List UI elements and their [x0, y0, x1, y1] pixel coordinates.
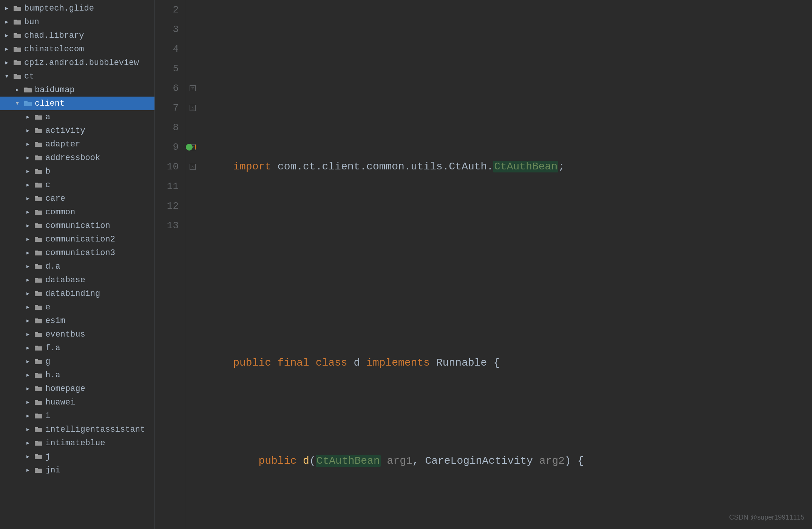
gutter-line-9: ↑ ▽	[185, 137, 200, 157]
folder-icon-cpiz-android-bubbleview	[12, 60, 23, 66]
code-line-5: public final class d implements Runnable…	[208, 353, 804, 373]
sidebar-label-homepage: homepage	[45, 384, 85, 394]
sidebar-item-esim[interactable]: esim	[0, 314, 154, 328]
svg-rect-9	[14, 60, 17, 62]
arrow-jni	[23, 467, 33, 473]
sidebar-item-ct[interactable]: ct	[0, 69, 154, 83]
svg-rect-63	[35, 427, 38, 429]
svg-rect-21	[35, 142, 38, 143]
sidebar-label-adapter: adapter	[45, 140, 80, 149]
sidebar-label-h-a: h.a	[45, 371, 60, 380]
sidebar-label-esim: esim	[45, 316, 65, 326]
svg-rect-3	[14, 20, 17, 21]
arrow-intimateblue	[23, 440, 33, 446]
folder-icon-adapter	[33, 141, 44, 147]
arrow-e	[23, 304, 33, 310]
svg-rect-15	[24, 101, 28, 103]
sidebar-item-j[interactable]: j	[0, 450, 154, 463]
sidebar-item-communication2[interactable]: communication2	[0, 232, 154, 246]
sidebar-label-g: g	[45, 357, 50, 366]
sidebar-item-databinding[interactable]: databinding	[0, 287, 154, 300]
sidebar-item-e[interactable]: e	[0, 300, 154, 314]
arrow-f-a	[23, 345, 33, 351]
sidebar-item-intimateblue[interactable]: intimateblue	[0, 436, 154, 450]
sidebar-item-chinatelecom[interactable]: chinatelecom	[0, 42, 154, 56]
folder-icon-b	[33, 168, 44, 174]
sidebar-item-d-a[interactable]: d.a	[0, 260, 154, 273]
arrow-g	[23, 358, 33, 364]
sidebar-item-adapter[interactable]: adapter	[0, 137, 154, 151]
breakpoint-marker	[186, 144, 193, 151]
folder-icon-chinatelecom	[12, 46, 23, 52]
arrow-j	[23, 454, 33, 460]
folder-icon-bumptech-glide	[12, 5, 23, 11]
arrow-communication3	[23, 250, 33, 256]
sidebar-item-homepage[interactable]: homepage	[0, 382, 154, 395]
arrow-c	[23, 182, 33, 188]
gutter-line-10: △	[185, 157, 200, 177]
sidebar-item-bumptech-glide[interactable]: bumptech.glide	[0, 2, 154, 15]
arrow-bumptech-glide	[2, 5, 12, 11]
folder-icon-chad-library	[12, 32, 23, 38]
svg-rect-65	[35, 441, 38, 442]
fold-marker-10[interactable]: △	[190, 164, 196, 170]
svg-rect-55	[35, 373, 38, 374]
sidebar-item-b[interactable]: b	[0, 165, 154, 178]
sidebar-item-chad-library[interactable]: chad.library	[0, 29, 154, 42]
folder-icon-a	[33, 114, 44, 120]
sidebar-item-eventbus[interactable]: eventbus	[0, 328, 154, 341]
sidebar-label-bun: bun	[24, 17, 39, 27]
sidebar-item-c[interactable]: c	[0, 178, 154, 192]
line-num-8: 8	[161, 118, 179, 137]
sidebar-label-e: e	[45, 303, 50, 312]
code-editor: 2 3 4 5 6 7 8 9 10 11 12 13 ▽	[155, 0, 812, 529]
arrow-homepage	[23, 386, 33, 392]
sidebar-item-client[interactable]: client	[0, 97, 154, 110]
sidebar-item-addressbook[interactable]: addressbook	[0, 151, 154, 165]
sidebar-item-activity[interactable]: activity	[0, 124, 154, 137]
folder-icon-intelligentassistant	[33, 426, 44, 432]
folder-icon-addressbook	[33, 155, 44, 161]
sidebar-item-jni[interactable]: jni	[0, 463, 154, 477]
sidebar-item-f-a[interactable]: f.a	[0, 341, 154, 355]
arrow-common	[23, 209, 33, 215]
sidebar-label-f-a: f.a	[45, 343, 60, 353]
sidebar-item-g[interactable]: g	[0, 355, 154, 368]
file-tree[interactable]: bumptech.glide bun chad.library chinatel…	[0, 0, 155, 529]
svg-rect-7	[14, 47, 17, 48]
svg-rect-35	[35, 237, 38, 238]
arrow-adapter	[23, 141, 33, 147]
svg-rect-31	[35, 210, 38, 211]
svg-rect-1	[14, 6, 17, 8]
arrow-d-a	[23, 263, 33, 269]
sidebar-item-h-a[interactable]: h.a	[0, 368, 154, 382]
fold-marker-6[interactable]: ▽	[190, 85, 196, 91]
fold-marker-7[interactable]: △	[190, 105, 196, 111]
sidebar-label-addressbook: addressbook	[45, 153, 100, 163]
sidebar-item-huawei[interactable]: huawei	[0, 395, 154, 409]
sidebar-item-database[interactable]: database	[0, 273, 154, 287]
sidebar-item-bun[interactable]: bun	[0, 15, 154, 29]
folder-icon-communication	[33, 223, 44, 229]
line-num-2: 2	[161, 0, 179, 20]
arrow-activity	[23, 128, 33, 134]
sidebar-item-a[interactable]: a	[0, 110, 154, 124]
sidebar-item-communication[interactable]: communication	[0, 219, 154, 232]
arrow-databinding	[23, 291, 33, 297]
code-line-6: public d(CtAuthBean arg1, CareLoginActiv…	[208, 451, 804, 471]
sidebar-item-baidumap[interactable]: baidumap	[0, 83, 154, 97]
folder-icon-care	[33, 195, 44, 201]
arrow-communication2	[23, 236, 33, 242]
svg-rect-11	[14, 74, 17, 75]
sidebar-item-cpiz-android-bubbleview[interactable]: cpiz.android.bubbleview	[0, 56, 154, 69]
svg-rect-13	[24, 88, 28, 89]
sidebar-item-common[interactable]: common	[0, 205, 154, 219]
sidebar-item-intelligentassistant[interactable]: intelligentassistant	[0, 423, 154, 436]
sidebar-label-intelligentassistant: intelligentassistant	[45, 425, 145, 434]
arrow-a	[23, 114, 33, 120]
arrow-h-a	[23, 372, 33, 378]
sidebar-item-communication3[interactable]: communication3	[0, 246, 154, 260]
line-num-12: 12	[161, 196, 179, 216]
sidebar-item-i[interactable]: i	[0, 409, 154, 423]
sidebar-item-care[interactable]: care	[0, 192, 154, 205]
